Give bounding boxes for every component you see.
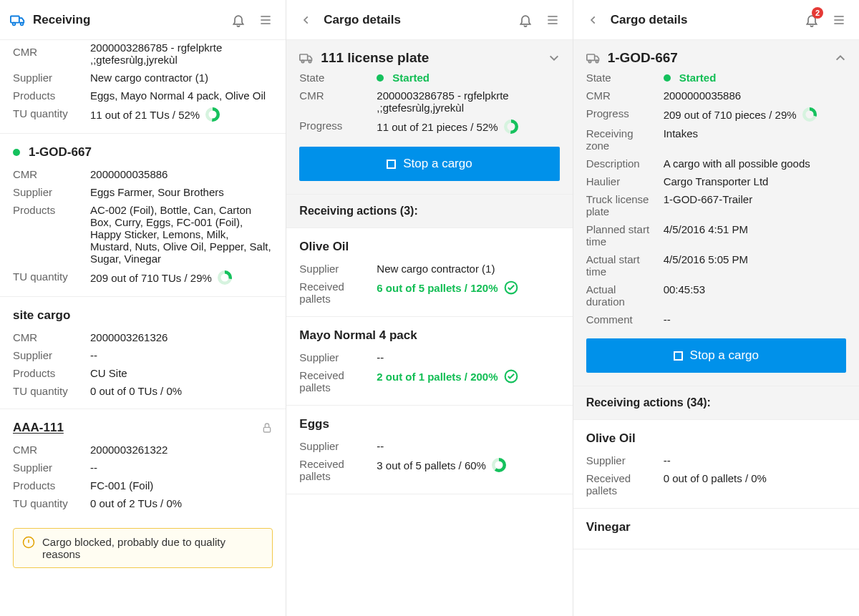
warning-icon [22, 536, 35, 560]
stop-icon [674, 351, 683, 361]
truck-icon [299, 51, 314, 65]
stop-icon [387, 160, 396, 169]
status-dot-icon [377, 74, 384, 82]
action-name: Mayo Normal 4 pack [299, 328, 559, 343]
action-card[interactable]: Olive Oil SupplierNew cargo contractor (… [286, 228, 572, 317]
header: Cargo details [286, 0, 572, 40]
collapse-toggle[interactable] [548, 52, 560, 64]
header: Receiving [0, 0, 286, 40]
action-name: Eggs [299, 417, 559, 431]
progress-ring-icon [802, 107, 817, 122]
svg-point-11 [309, 60, 311, 62]
action-card[interactable]: Eggs Supplier-- Received pallets3 out of… [286, 406, 572, 494]
progress-ring-icon [492, 458, 506, 472]
bell-icon[interactable] [515, 10, 535, 30]
page-title: Cargo details [324, 13, 508, 27]
cargo-card[interactable]: CMR2000003286785 - rgfelpkrte ,;gtefesrù… [0, 40, 286, 134]
cargo-kv-rows: CMR2000003286785 - rgfelpkrte ,;gtefesrù… [13, 40, 273, 122]
cargo-title: site cargo [13, 308, 273, 323]
stop-cargo-button[interactable]: Stop a cargo [586, 338, 846, 373]
svg-point-2 [21, 22, 24, 25]
receiving-list: CMR2000003286785 - rgfelpkrte ,;gtefesrù… [0, 40, 286, 616]
menu-icon[interactable] [829, 10, 849, 30]
cargo-summary-card: 1-GOD-667 StateStartedCMR2000000035886Pr… [573, 40, 859, 386]
svg-rect-0 [11, 16, 19, 22]
check-circle-icon [504, 369, 518, 383]
panel-cargo-details-1: Cargo details 111 license plate StateSta… [286, 0, 573, 616]
actions-heading: Receiving actions (3): [286, 195, 572, 228]
back-button[interactable] [296, 15, 316, 25]
status-dot-icon [13, 149, 20, 156]
actions-heading: Receiving actions (34): [573, 386, 859, 420]
progress-ring-icon [504, 119, 518, 134]
svg-rect-18 [586, 54, 594, 60]
panel-receiving: Receiving CMR2000003286785 - rgfelpkrte … [0, 0, 286, 616]
cargo-summary-card: 111 license plate StateStarted CMR200000… [286, 40, 572, 195]
panel-cargo-details-2: Cargo details 2 1-GOD-667 StateStartedCM… [573, 0, 859, 616]
action-name: Olive Oil [299, 240, 559, 254]
progress-ring-icon [205, 107, 220, 122]
page-title: Cargo details [611, 13, 795, 27]
action-card[interactable]: Mayo Normal 4 pack Supplier-- Received p… [286, 317, 572, 406]
back-button[interactable] [583, 15, 603, 25]
truck-icon [586, 51, 601, 65]
stop-cargo-button[interactable]: Stop a cargo [299, 147, 559, 181]
collapse-toggle[interactable] [835, 52, 846, 64]
progress-ring-icon [218, 270, 232, 285]
header: Cargo details 2 [573, 0, 859, 40]
action-name: Vinegar [586, 520, 846, 534]
cargo-title: 1-GOD-667 [29, 145, 273, 160]
action-name: Olive Oil [586, 431, 846, 446]
status-dot-icon [664, 74, 671, 82]
menu-icon[interactable] [256, 10, 276, 30]
warning-banner: Cargo blocked, probably due to quality r… [13, 528, 273, 568]
lock-icon [261, 422, 273, 434]
svg-point-1 [13, 22, 16, 25]
action-card[interactable]: Olive Oil Supplier-- Received pallets0 o… [573, 420, 859, 509]
cargo-card[interactable]: site cargo CMR2000003261326 Supplier-- P… [0, 297, 286, 409]
svg-point-19 [588, 60, 591, 62]
bell-icon[interactable]: 2 [802, 10, 822, 30]
svg-rect-7 [264, 427, 271, 432]
truck-icon [10, 12, 26, 28]
notification-badge: 2 [812, 7, 823, 19]
check-circle-icon [504, 280, 518, 295]
menu-icon[interactable] [543, 10, 563, 30]
cargo-card[interactable]: AAA-111 CMR2000003261322 Supplier-- Prod… [0, 409, 286, 521]
cargo-summary-title: 1-GOD-667 [608, 50, 828, 66]
cargo-summary-title: 111 license plate [321, 50, 540, 66]
svg-point-20 [596, 60, 598, 62]
cargo-title: AAA-111 [13, 421, 256, 435]
svg-point-10 [302, 60, 304, 62]
cargo-card[interactable]: 1-GOD-667 CMR2000000035886 SupplierEggs … [0, 134, 286, 297]
action-card[interactable]: Vinegar [573, 509, 859, 549]
page-title: Receiving [33, 13, 221, 27]
bell-icon[interactable] [228, 10, 248, 30]
svg-rect-9 [300, 54, 308, 60]
